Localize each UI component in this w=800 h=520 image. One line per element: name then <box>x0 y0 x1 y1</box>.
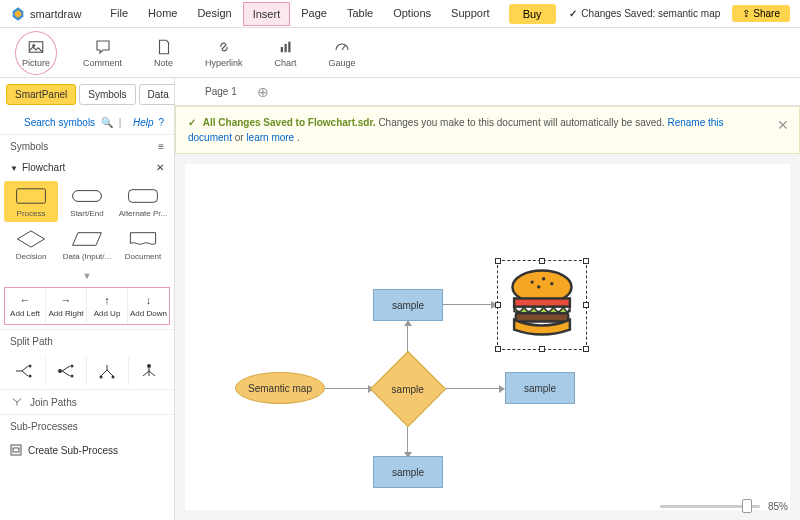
learn-more-link[interactable]: learn more <box>246 132 294 143</box>
svg-point-23 <box>537 285 540 288</box>
add-page-button[interactable]: ⊕ <box>257 84 269 100</box>
join-paths-button[interactable]: Join Paths <box>30 397 77 408</box>
symbols-header: Symbols ≡ <box>0 134 174 158</box>
svg-rect-7 <box>73 191 102 202</box>
menu-file[interactable]: File <box>101 2 137 26</box>
ribbon-note[interactable]: Note <box>148 35 179 71</box>
add-right-button[interactable]: →Add Right <box>46 288 87 324</box>
menu-home[interactable]: Home <box>139 2 186 26</box>
shape-data[interactable]: Data (Input/... <box>60 224 114 265</box>
svg-point-9 <box>29 365 32 368</box>
svg-point-15 <box>112 376 115 379</box>
arrow-down-icon: ↓ <box>146 294 152 306</box>
add-down-button[interactable]: ↓Add Down <box>128 288 169 324</box>
svg-point-22 <box>550 282 553 285</box>
shape-process[interactable]: Process <box>4 181 58 222</box>
svg-point-16 <box>147 364 151 368</box>
app-logo[interactable]: smartdraw <box>10 6 81 22</box>
save-notice: ✓ All Changes Saved to Flowchart.sdr. Ch… <box>175 106 800 154</box>
hyperlink-icon <box>215 38 233 56</box>
svg-rect-25 <box>516 313 568 321</box>
shape-start-end[interactable]: Start/End <box>60 181 114 222</box>
svg-rect-4 <box>288 41 290 52</box>
save-status-text: Changes Saved: semantic map <box>581 8 720 19</box>
svg-point-20 <box>531 280 534 283</box>
close-icon[interactable]: ✕ <box>156 162 164 173</box>
buy-button[interactable]: Buy <box>509 4 556 24</box>
svg-rect-2 <box>280 47 282 52</box>
join-icon <box>10 396 24 408</box>
svg-rect-3 <box>284 44 286 52</box>
arrow-right-icon: → <box>61 294 72 306</box>
node-top[interactable]: sample <box>373 289 443 321</box>
search-icon[interactable]: 🔍 <box>101 117 113 128</box>
picture-icon <box>27 38 45 56</box>
svg-line-5 <box>342 45 345 50</box>
ribbon-chart[interactable]: Chart <box>269 35 303 71</box>
share-icon: ⇪ <box>742 8 750 19</box>
shape-document[interactable]: Document <box>116 224 170 265</box>
create-sub-process-button[interactable]: Create Sub-Process <box>0 438 174 462</box>
comment-icon <box>94 38 112 56</box>
menu-support[interactable]: Support <box>442 2 499 26</box>
zoom-slider[interactable] <box>660 505 760 508</box>
shape-decision[interactable]: Decision <box>4 224 58 265</box>
drawing-canvas[interactable]: Semantic map sample sample sample sample <box>185 164 790 510</box>
menu-options[interactable]: Options <box>384 2 440 26</box>
help-icon[interactable]: ? <box>158 117 164 128</box>
search-symbols-link[interactable]: Search symbols <box>24 117 95 128</box>
side-panel: SmartPanel Symbols Data ✕ Search symbols… <box>0 78 175 520</box>
logo-icon <box>10 6 26 22</box>
add-direction-row: ←Add Left →Add Right ↑Add Up ↓Add Down <box>4 287 170 325</box>
inserted-picture-burger[interactable] <box>501 264 583 346</box>
ribbon-picture[interactable]: Picture <box>15 31 57 75</box>
arrow-left-icon: ← <box>20 294 31 306</box>
notice-close-icon[interactable]: ✕ <box>777 115 789 136</box>
sub-processes-header: Sub-Processes <box>0 414 174 438</box>
node-start[interactable]: Semantic map <box>235 372 325 404</box>
svg-point-12 <box>70 365 73 368</box>
page-tab-1[interactable]: Page 1 <box>205 86 237 97</box>
ribbon-comment[interactable]: Comment <box>77 35 128 71</box>
save-status: ✓ Changes Saved: semantic map <box>569 8 720 19</box>
split-option-3[interactable] <box>87 357 129 385</box>
svg-point-14 <box>100 376 103 379</box>
split-option-2[interactable] <box>46 357 88 385</box>
share-button[interactable]: ⇪ Share <box>732 5 790 22</box>
gauge-icon <box>333 38 351 56</box>
add-left-button[interactable]: ←Add Left <box>5 288 46 324</box>
note-icon <box>155 38 173 56</box>
shape-alternate[interactable]: Alternate Pr... <box>116 181 170 222</box>
help-link[interactable]: Help <box>133 117 154 128</box>
svg-rect-8 <box>129 190 158 203</box>
menu-insert[interactable]: Insert <box>243 2 291 26</box>
split-option-4[interactable] <box>129 357 171 385</box>
tab-data[interactable]: Data <box>139 84 178 105</box>
menu-page[interactable]: Page <box>292 2 336 26</box>
menu-icon[interactable]: ≡ <box>158 141 164 152</box>
check-icon: ✓ <box>569 8 577 19</box>
menu-table[interactable]: Table <box>338 2 382 26</box>
svg-point-13 <box>70 375 73 378</box>
menu-design[interactable]: Design <box>188 2 240 26</box>
tab-smartpanel[interactable]: SmartPanel <box>6 84 76 105</box>
node-center[interactable]: sample <box>370 351 446 427</box>
category-flowchart[interactable]: ▼Flowchart ✕ <box>0 158 174 177</box>
app-name: smartdraw <box>30 8 81 20</box>
ribbon-hyperlink[interactable]: Hyperlink <box>199 35 249 71</box>
more-shapes-icon[interactable]: ▼ <box>0 269 174 283</box>
node-right[interactable]: sample <box>505 372 575 404</box>
svg-rect-6 <box>17 189 46 203</box>
ribbon-gauge[interactable]: Gauge <box>323 35 362 71</box>
sub-process-icon <box>10 444 22 456</box>
add-up-button[interactable]: ↑Add Up <box>87 288 128 324</box>
split-option-1[interactable] <box>4 357 46 385</box>
svg-rect-18 <box>13 448 19 452</box>
zoom-value: 85% <box>768 501 788 512</box>
arrow-up-icon: ↑ <box>104 294 110 306</box>
tab-symbols[interactable]: Symbols <box>79 84 135 105</box>
zoom-thumb[interactable] <box>742 499 752 513</box>
split-path-header: Split Path <box>0 329 174 353</box>
chart-icon <box>277 38 295 56</box>
node-bottom[interactable]: sample <box>373 456 443 488</box>
